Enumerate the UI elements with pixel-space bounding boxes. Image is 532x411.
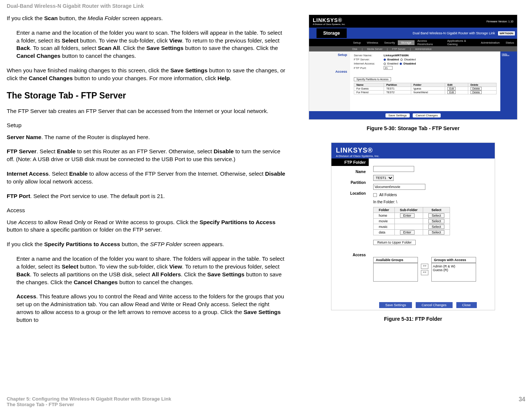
cancel-changes-button[interactable]: Cancel Changes [416,302,453,308]
para-use-access: Use Access to allow Read Only or Read or… [7,219,286,234]
linksys-logo: LINKSYS® [313,17,345,23]
location-input[interactable] [373,184,425,190]
page-header: Dual-Band Wireless-N Gigabit Router with… [0,0,532,15]
linksys-subtitle: A Division of Cisco Systems, Inc. [313,23,345,25]
ftp-port-label: FTP Port: [354,66,384,70]
text: button to cancel the changes. [60,53,136,59]
enter-button[interactable]: Enter [400,230,415,235]
select-button[interactable]: Select [428,213,444,218]
radio-internet-enabled[interactable] [384,63,386,65]
specify-partitions-button[interactable]: Specify Partitions to Access [354,77,391,81]
para-finished: When you have finished making changes to… [7,67,286,82]
name-input[interactable] [373,166,414,172]
firmware-version: Firmware Version: 1.10 [487,20,513,23]
text: Scan All [98,45,120,51]
footer-section: The Storage Tab - FTP Server [7,402,171,407]
tab-status[interactable]: Status [503,41,517,44]
ftp-folder-sidebar: FTP Folder Name Partition Location Acces… [331,159,369,300]
edit-button[interactable]: Edit [447,91,456,94]
tab-administration[interactable]: Administration [478,41,503,44]
edit-button[interactable]: Edit [447,87,456,90]
select-button[interactable]: Select [428,219,444,223]
router-title: Dual Band Wireless-N Gigabit Router with… [347,31,498,35]
text: When you have finished making changes to… [7,67,170,73]
tab-setup[interactable]: Setup [350,41,364,44]
save-settings-button[interactable]: Save Settings [385,113,410,117]
text: Disabled [403,62,416,65]
text: Scan [44,15,57,21]
figures-column: LINKSYS® A Division of Cisco Systems, In… [298,15,517,333]
text: If you click the [7,15,44,21]
tab-wireless[interactable]: Wireless [364,41,381,44]
groups-with-access-header: Groups with Access [431,257,476,263]
text: Back [16,271,30,277]
text: to allow access of the FTP Server from t… [88,170,265,177]
tab-access-restrictions[interactable]: Access Restrictions [415,39,444,46]
available-groups-header: Available Groups [373,257,418,263]
text: View [169,263,182,270]
td-folder: \home\friend [411,91,445,94]
subtab-administration[interactable]: Administration [413,48,434,50]
return-to-upper-folder-button[interactable]: Return to Upper Folder [373,240,416,245]
partition-select[interactable]: TEST1 [373,175,394,181]
text: Enabled [387,62,398,65]
tab-applications-gaming[interactable]: Applications & Gaming [444,39,478,46]
td-name: For Friend [354,91,384,94]
radio-internet-disabled[interactable] [400,63,402,65]
text: . To return to the previous folder, sele… [182,37,279,44]
internet-access-label: Internet Access: [354,62,384,65]
groups-with-access-box[interactable]: Admin (R & W) Guess (R) [431,263,476,282]
group-item[interactable]: Admin (R & W) [433,264,475,268]
sub-access: Access [7,207,286,213]
figure-caption-1: Figure 5-30: Storage Tab - FTP Server [366,125,459,131]
enter-button[interactable]: Enter [400,213,415,218]
text: . [230,75,232,81]
text: button to undo your changes. For more in… [73,75,217,81]
para-access-feature: Access. This feature allows you to contr… [7,293,286,324]
close-button[interactable]: Close [456,302,477,308]
text: button, the [58,15,88,21]
select-button[interactable]: Select [428,225,444,229]
group-item[interactable]: Guess (R) [433,268,475,272]
access-table: Name Partition Folder Edit Delete For Gu… [354,83,497,94]
subtab-disk[interactable]: Disk [350,48,360,50]
all-folders-checkbox[interactable] [373,193,377,197]
cancel-changes-button[interactable]: Cancel Changes [413,113,441,117]
figure-storage-tab-ftp: LINKSYS® A Division of Cisco Systems, In… [309,15,517,120]
available-groups-box[interactable] [373,263,418,282]
table-row: dataEnterSelect [374,230,450,235]
text: Disabled [404,58,416,61]
help-link[interactable]: Help... [502,53,509,56]
text: . Click the [120,45,147,51]
text: Internet Access [7,170,49,177]
footer-chapter: Chapter 5: Configuring the Wireless-N Gi… [7,396,171,402]
add-group-button[interactable]: >> [421,264,428,269]
radio-ftp-disabled[interactable] [400,59,403,61]
delete-button[interactable]: Delete [470,87,482,90]
tab-storage[interactable]: Storage [398,40,414,45]
in-the-folder-label: In the Folder: \ [373,200,490,204]
config-body: Setup Access Server Name: LinksysWRT600N… [309,51,517,111]
name-label: Name [331,168,369,179]
para-media-folder-instructions: Enter a name and the location of the fol… [7,29,286,60]
text: to allow Read Only or Read or Write acce… [37,219,199,225]
radio-ftp-enabled[interactable] [384,59,386,61]
text: Help [218,75,230,81]
tab-security[interactable]: Security [381,41,398,44]
delete-button[interactable]: Delete [470,91,482,94]
config-main: Server Name: LinksysWRT600N FTP Server: … [350,51,500,111]
select-button[interactable]: Select [428,230,444,235]
text: . To selects all partitions on the USB d… [30,271,151,277]
text: button. To view the sub-folder, click [78,37,169,44]
td: movie [374,219,395,224]
ftp-port-input[interactable] [384,66,393,70]
text: Server Name [7,134,41,140]
subtab-media-server[interactable]: Media Server [365,48,385,50]
subtab-ftp-server[interactable]: FTP Server [390,48,408,50]
text: Cancel Changes [29,75,73,81]
text: Save Settings [243,309,281,315]
text: Save Settings [170,67,208,73]
save-settings-button[interactable]: Save Settings [379,302,412,308]
remove-group-button[interactable]: << [421,270,428,275]
access-label: Access [331,251,369,262]
